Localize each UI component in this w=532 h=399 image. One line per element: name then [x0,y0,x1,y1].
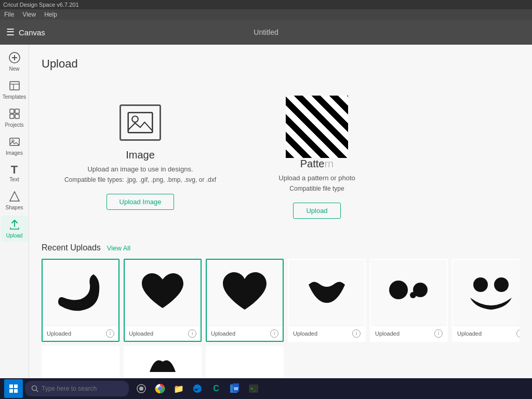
taskbar-cortana-icon[interactable] [133,380,150,397]
svg-point-15 [389,281,408,299]
taskbar-terminal-icon[interactable]: >_ [245,380,262,397]
upload-item-6-info[interactable]: i [516,329,520,338]
svg-point-18 [473,277,488,292]
upload-item-1[interactable]: Uploaded i [42,259,119,342]
upload-pattern-button[interactable]: Upload [293,203,340,219]
sidebar: New Templates Projects Images T Text [0,45,29,378]
svg-point-27 [139,387,143,391]
sidebar-item-projects[interactable]: Projects [1,105,28,131]
upload-item-3[interactable]: Uploaded i [206,259,284,342]
upload-item-3-info[interactable]: i [270,329,278,338]
upload-item-5-label: Uploaded [375,330,400,337]
upload-item-3-label: Uploaded [211,330,235,337]
recent-uploads-section: Recent Uploads View All Uploaded i [29,235,532,378]
menu-file[interactable]: File [4,11,14,18]
upload-item-4[interactable]: Uploaded i [288,259,366,342]
app-header: ☰ Canvas Untitled [0,20,532,45]
upload-item-5[interactable]: Uploaded i [370,259,448,342]
taskbar-search[interactable] [25,381,129,396]
upload-cards-row: Image Upload an image to use in designs.… [29,79,532,235]
svg-point-19 [494,277,509,292]
menu-help[interactable]: Help [44,11,57,18]
upload-image-button[interactable]: Upload Image [107,194,175,210]
templates-icon [9,80,20,93]
document-title: Untitled [254,28,278,36]
text-icon: T [11,164,18,176]
svg-point-11 [12,140,14,142]
sidebar-item-shapes-label: Shapes [6,205,23,210]
image-card-desc: Upload an image to use in designs. [87,165,193,173]
taskbar-edge-icon[interactable] [189,380,206,397]
upload-item-3-preview [207,260,283,325]
upload-item-1-preview [43,260,118,325]
sidebar-item-images-label: Images [6,150,23,156]
sidebar-item-templates[interactable]: Templates [1,77,28,103]
main-content: Upload Image Upload an image to use in d… [29,45,532,378]
upload-item-1-footer: Uploaded i [43,325,118,341]
upload-item-4-info[interactable]: i [352,329,361,338]
upload-item-5-info[interactable]: i [434,329,443,338]
image-card-filetypes: Compatible file types: .jpg, .gif, .png,… [64,176,216,183]
images-icon [9,136,20,149]
upload-item-2-label: Uploaded [129,330,153,337]
sidebar-item-new[interactable]: New [1,49,28,75]
pattern-card-filetypes: Compatible file type [289,185,344,192]
sidebar-item-images[interactable]: Images [1,133,28,159]
pattern-upload-card: Pattern Upload a pattern or photo Compat… [239,79,395,235]
recent-uploads-header: Recent Uploads View All [42,243,520,252]
svg-marker-12 [10,192,19,201]
view-all-link[interactable]: View All [107,244,130,252]
image-upload-card: Image Upload an image to use in designs.… [42,79,239,235]
image-card-title: Image [126,149,155,161]
sidebar-item-new-label: New [9,66,19,72]
upload-item-9[interactable] [206,346,284,378]
taskbar-search-input[interactable] [42,385,114,392]
canvas-label[interactable]: Canvas [19,28,45,37]
upload-item-6-preview [453,260,520,325]
svg-rect-8 [10,114,14,118]
upload-item-6-footer: Uploaded i [453,325,520,341]
svg-text:W: W [234,386,238,391]
hamburger-icon[interactable]: ☰ [6,26,15,38]
upload-icon [9,219,20,232]
upload-item-1-info[interactable]: i [106,329,114,338]
upload-item-5-footer: Uploaded i [371,325,447,341]
upload-item-2-preview [125,260,201,325]
menu-bar: File View Help [0,9,532,20]
svg-rect-22 [9,389,13,393]
upload-item-2-footer: Uploaded i [125,325,201,341]
svg-rect-9 [15,114,19,118]
svg-line-25 [36,390,38,392]
upload-item-7[interactable] [42,346,119,378]
upload-item-2-info[interactable]: i [188,329,196,338]
taskbar-explorer-icon[interactable]: 📁 [170,380,187,397]
taskbar: 📁 C W >_ [0,378,532,399]
svg-rect-6 [10,109,14,113]
svg-rect-23 [14,389,18,393]
upload-item-8[interactable] [124,346,202,378]
recent-uploads-title: Recent Uploads [42,243,101,252]
page-title: Upload [29,45,532,79]
shapes-icon [9,191,20,204]
menu-view[interactable]: View [22,11,36,18]
svg-rect-21 [14,384,18,388]
svg-rect-3 [10,82,19,90]
upload-item-3-footer: Uploaded i [207,325,283,341]
title-bar-text: Cricut Design Space v6.7.201 [3,2,79,8]
new-icon [9,52,20,65]
taskbar-cricut-icon[interactable]: C [208,380,224,397]
taskbar-word-icon[interactable]: W [227,380,243,397]
sidebar-item-templates-label: Templates [3,94,26,100]
app-container: New Templates Projects Images T Text [0,45,532,378]
svg-rect-20 [9,384,13,388]
upload-item-4-preview [289,260,365,325]
start-button[interactable] [4,379,23,398]
sidebar-item-shapes[interactable]: Shapes [1,188,28,214]
upload-item-6[interactable]: Uploaded i [452,259,520,342]
upload-item-2[interactable]: Uploaded i [124,259,202,342]
sidebar-item-upload[interactable]: Upload [1,216,28,242]
taskbar-chrome-icon[interactable] [152,380,168,397]
sidebar-item-text-label: Text [9,177,19,182]
pattern-preview [286,96,348,158]
sidebar-item-text[interactable]: T Text [1,161,28,185]
